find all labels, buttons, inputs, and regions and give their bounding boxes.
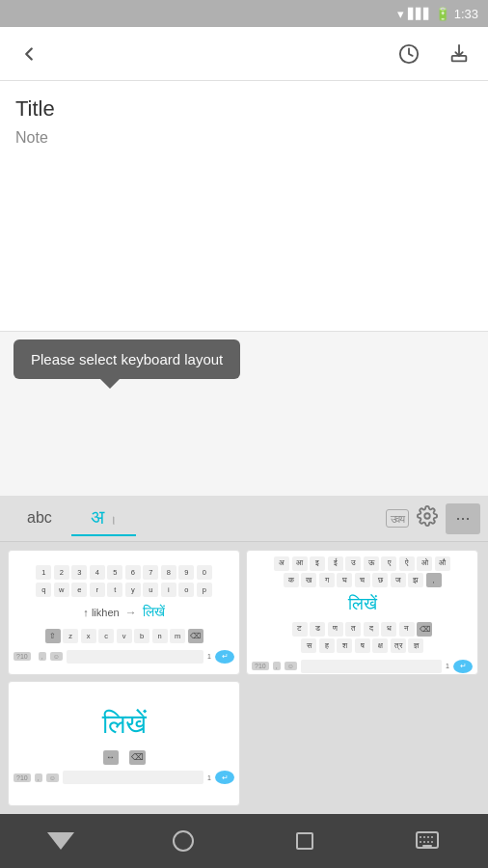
keyboard-icon — [416, 830, 439, 852]
sym-key: ?10 — [14, 652, 31, 661]
dev-bottom-row: ?10 , ☺ 1 ↵ — [247, 658, 477, 675]
nav-home-button[interactable] — [159, 817, 207, 865]
keyboard-option-devanagari[interactable]: अ आ इ ई उ ऊ ए ऐ ओ औ क ख ग — [246, 550, 478, 675]
signal-icon: ▋▋▋ — [408, 8, 431, 20]
tooltip-box: Please select keyboard layout — [14, 339, 240, 379]
top-bar-left — [12, 37, 46, 71]
ouwya-icon: उवय — [386, 509, 409, 528]
enter-key: 1 — [207, 653, 211, 660]
key-2: 2 — [54, 565, 69, 580]
trans-arrow: → — [125, 606, 137, 619]
hindi-only-bottom: ?10 , ☺ 1 ↵ — [9, 769, 239, 786]
home-circle-icon — [173, 830, 194, 852]
wifi-icon: ▾ — [397, 7, 404, 21]
dev-row3: ट ड ण त द ध न ⌫ — [252, 622, 473, 637]
keyboard-tabs: abc अ । — [8, 501, 386, 536]
svg-point-3 — [424, 513, 430, 519]
keyboard-option-qwerty-inner: 1 2 3 4 5 6 7 8 9 0 q w — [9, 551, 239, 674]
key-0: 0 — [197, 565, 212, 580]
dev-sym-key: ?10 — [252, 662, 269, 670]
keyboard-top-row: abc अ । उवय ··· — [0, 496, 488, 542]
hindi-only-rows: ↔ ⌫ — [9, 745, 239, 770]
keyboard-section: abc अ । उवय ··· — [0, 496, 488, 814]
key-8: 8 — [161, 565, 176, 580]
qwerty-bottom-row: ?10 , ☺ 1 ↵ — [9, 648, 239, 665]
tooltip-container: Please select keyboard layout — [14, 339, 474, 379]
tab-devanagari[interactable]: अ । — [71, 501, 137, 536]
history-button[interactable] — [392, 37, 426, 71]
nav-back-button[interactable] — [37, 817, 85, 865]
keyboard-option-qwerty[interactable]: 1 2 3 4 5 6 7 8 9 0 q w — [8, 550, 240, 675]
bottom-nav — [0, 814, 488, 868]
devanagari-rows: अ आ इ ई उ ऊ ए ऐ ओ औ क ख ग — [247, 551, 477, 592]
keyboard-option-hindi-only[interactable]: लिखें ↔ ⌫ ?10 , ☺ 1 — [8, 681, 240, 806]
trans-to: लिखें — [143, 604, 165, 620]
devanagari-preview: लिखें — [247, 592, 477, 616]
qwerty-rows-2: ⇧ z x c v b n m ⌫ — [9, 623, 239, 648]
dev-go-key: ↵ — [453, 660, 473, 673]
key-7: 7 — [143, 565, 158, 580]
key-1: 1 — [36, 565, 51, 580]
key-5: 5 — [107, 565, 122, 580]
hindi-space — [63, 771, 203, 784]
num-row: 1 2 3 4 5 6 7 8 9 0 — [14, 565, 234, 580]
hindi-only-text: लिखें — [9, 709, 239, 741]
top-bar-right — [392, 37, 476, 71]
key-9: 9 — [178, 565, 194, 580]
keyboard-option-devanagari-inner: अ आ इ ई उ ऊ ए ऐ ओ औ क ख ग — [247, 551, 477, 674]
note-area[interactable]: Title Note — [0, 81, 488, 332]
top-bar — [0, 27, 488, 81]
keyboard-option-hindi-inner: लिखें ↔ ⌫ ?10 , ☺ 1 — [9, 682, 239, 805]
dev-row1: अ आ इ ई उ ऊ ए ऐ ओ औ — [252, 556, 473, 571]
status-bar: ▾ ▋▋▋ 🔋 1:33 — [0, 0, 488, 27]
hindi-only-display: लिखें — [9, 701, 239, 745]
tab-abc[interactable]: abc — [8, 503, 71, 534]
tooltip-text: Please select keyboard layout — [31, 351, 223, 367]
transliteration-display: ↑ likhen → लिखें — [9, 601, 239, 623]
dev-row2: क ख ग घ च छ ज झ , — [252, 573, 473, 587]
settings-icon[interactable] — [417, 505, 438, 531]
go-key: ↵ — [215, 650, 234, 664]
status-time: 1:33 — [454, 7, 478, 21]
qwerty-rows: 1 2 3 4 5 6 7 8 9 0 q w — [9, 559, 239, 601]
battery-icon: 🔋 — [435, 7, 450, 21]
qwerty-row3: ⇧ z x c v b n m ⌫ — [14, 629, 234, 643]
space-key — [67, 650, 203, 664]
devanagari-text: लिखें — [348, 594, 377, 613]
key-4: 4 — [90, 565, 105, 580]
trans-from: ↑ likhen — [83, 607, 119, 618]
cursor-indicator: । — [109, 513, 117, 527]
nav-keyboard-button[interactable] — [403, 817, 451, 865]
download-button[interactable] — [442, 37, 476, 71]
note-body: Note — [15, 129, 473, 147]
dev-row4: स ह श ष क्ष त्र ज्ञ — [252, 638, 473, 653]
back-button[interactable] — [12, 37, 46, 71]
more-options-button[interactable]: ··· — [446, 503, 480, 534]
key-6: 6 — [125, 565, 141, 580]
key-3: 3 — [71, 565, 87, 580]
qwerty-row1: q w e r t y u i o p — [14, 583, 234, 597]
recents-square-icon — [296, 832, 313, 850]
devanagari-rows-2: ट ड ण त द ध न ⌫ स ह श ष क्ष — [247, 616, 477, 658]
keyboard-right-actions: उवय — [386, 505, 438, 531]
back-triangle-icon — [47, 832, 74, 850]
status-icons: ▾ ▋▋▋ 🔋 1:33 — [397, 7, 478, 21]
dev-space-key — [301, 660, 442, 673]
keyboard-options-grid: 1 2 3 4 5 6 7 8 9 0 q w — [0, 542, 488, 814]
nav-recents-button[interactable] — [281, 817, 329, 865]
note-title: Title — [15, 96, 473, 122]
